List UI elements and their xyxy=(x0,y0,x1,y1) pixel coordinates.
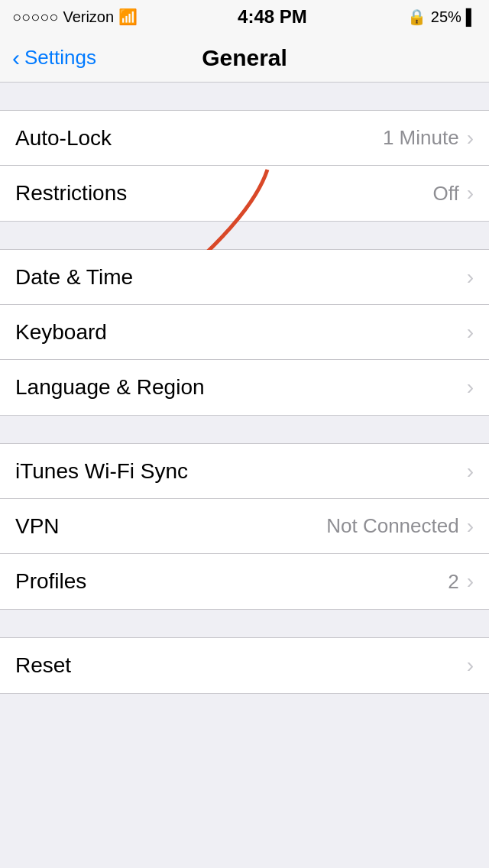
keyboard-label: Keyboard xyxy=(15,320,107,345)
carrier-label: Verizon xyxy=(63,8,114,26)
keyboard-row[interactable]: Keyboard › xyxy=(0,305,489,360)
auto-lock-chevron-icon: › xyxy=(467,126,474,151)
back-label[interactable]: Settings xyxy=(24,46,96,70)
settings-group-4: Reset › xyxy=(0,637,489,694)
auto-lock-row[interactable]: Auto-Lock 1 Minute › xyxy=(0,111,489,166)
date-time-right: › xyxy=(467,265,474,290)
restrictions-row[interactable]: Restrictions Off › xyxy=(0,166,489,221)
wifi-icon: 📶 xyxy=(118,8,138,26)
vpn-chevron-icon: › xyxy=(467,514,474,539)
signal-dots: ○○○○○ xyxy=(12,8,58,26)
section-gap-3 xyxy=(0,416,489,443)
vpn-label: VPN xyxy=(15,514,60,539)
profiles-row[interactable]: Profiles 2 › xyxy=(0,554,489,609)
vpn-right: Not Connected › xyxy=(326,514,474,539)
auto-lock-label: Auto-Lock xyxy=(15,126,112,151)
reset-right: › xyxy=(467,653,474,678)
battery-percent: 25% xyxy=(431,8,461,26)
settings-group-1: Auto-Lock 1 Minute › Restrictions Off › xyxy=(0,110,489,222)
settings-group-3: iTunes Wi-Fi Sync › VPN Not Connected › … xyxy=(0,443,489,610)
restrictions-right: Off › xyxy=(432,181,474,206)
keyboard-right: › xyxy=(467,320,474,345)
language-region-label: Language & Region xyxy=(15,375,205,400)
settings-group-2: Date & Time › Keyboard › Language & Regi… xyxy=(0,249,489,416)
itunes-wifi-row[interactable]: iTunes Wi-Fi Sync › xyxy=(0,444,489,499)
section-gap-1 xyxy=(0,83,489,110)
status-time: 4:48 PM xyxy=(238,6,307,28)
profiles-right: 2 › xyxy=(448,569,474,594)
restrictions-value: Off xyxy=(432,182,458,206)
auto-lock-value: 1 Minute xyxy=(383,126,459,150)
page-title: General xyxy=(202,45,287,71)
lock-icon: 🔒 xyxy=(407,8,426,26)
nav-bar: ‹ Settings General xyxy=(0,34,489,83)
battery-icon: ▌ xyxy=(466,8,477,26)
restrictions-chevron-icon: › xyxy=(467,181,474,206)
vpn-row[interactable]: VPN Not Connected › xyxy=(0,499,489,554)
itunes-wifi-label: iTunes Wi-Fi Sync xyxy=(15,459,188,484)
language-region-right: › xyxy=(467,375,474,400)
status-right: 🔒 25% ▌ xyxy=(407,8,477,26)
date-time-row[interactable]: Date & Time › xyxy=(0,250,489,305)
back-chevron-icon: ‹ xyxy=(12,47,20,70)
reset-chevron-icon: › xyxy=(467,653,474,678)
profiles-value: 2 xyxy=(448,570,458,594)
auto-lock-right: 1 Minute › xyxy=(383,126,474,151)
language-region-row[interactable]: Language & Region › xyxy=(0,360,489,415)
itunes-wifi-chevron-icon: › xyxy=(467,459,474,484)
vpn-value: Not Connected xyxy=(326,514,458,538)
section-gap-2 xyxy=(0,222,489,249)
section-gap-4 xyxy=(0,610,489,637)
restrictions-label: Restrictions xyxy=(15,181,127,206)
profiles-chevron-icon: › xyxy=(467,569,474,594)
status-left: ○○○○○ Verizon 📶 xyxy=(12,8,138,26)
date-time-chevron-icon: › xyxy=(467,265,474,290)
reset-label: Reset xyxy=(15,653,71,678)
language-region-chevron-icon: › xyxy=(467,375,474,400)
back-button[interactable]: ‹ Settings xyxy=(12,46,96,70)
reset-row[interactable]: Reset › xyxy=(0,638,489,693)
profiles-label: Profiles xyxy=(15,569,86,594)
date-time-label: Date & Time xyxy=(15,265,133,290)
status-bar: ○○○○○ Verizon 📶 4:48 PM 🔒 25% ▌ xyxy=(0,0,489,34)
keyboard-chevron-icon: › xyxy=(467,320,474,345)
itunes-wifi-right: › xyxy=(467,459,474,484)
